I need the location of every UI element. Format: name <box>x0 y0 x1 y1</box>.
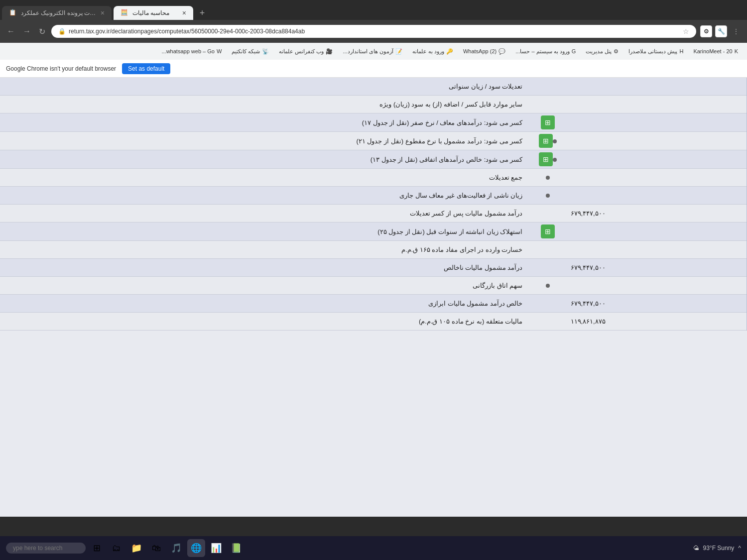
table-row: خسارت وارده در اجرای مفاد ماده ۱۶۵ ق.م.م <box>0 241 747 259</box>
taskbar-taskview-icon[interactable]: 🗂 <box>108 539 125 557</box>
value-cell-12: ۶۷۹,۴۴۷,۵۰۰ <box>563 295 747 313</box>
value-cell-8 <box>563 223 747 241</box>
bookmark-login[interactable]: G ورود به سیستم – حسا... <box>511 47 580 56</box>
bookmark-exam[interactable]: 📝 آزمون های استاندارد... <box>339 47 406 56</box>
bookmark-label-elmana: ورود به علمانه <box>412 48 444 55</box>
value-text-13: ۱۱۹,۸۶۱,۸۷۵ <box>571 318 606 325</box>
table-row: ⊞کسر می شود: خالص درآمدهای اتفاقی (نقل ا… <box>0 150 747 169</box>
tab2-favicon: 🧮 <box>121 9 128 17</box>
taskbar-sheets-icon[interactable]: 📗 <box>227 539 245 557</box>
bookmark-favicon-whatsapp-web: W <box>217 48 222 54</box>
green-expand-btn-2[interactable]: ⊞ <box>541 115 555 129</box>
taskbar-excel-icon[interactable]: 📊 <box>207 539 225 557</box>
label-cell-6: زیان ناشی از فعالیت‌های غیر معاف سال جار… <box>0 187 533 205</box>
bookmark-karinoMeet[interactable]: K KarinoMeet - 20 <box>689 47 742 56</box>
value-cell-1 <box>563 96 747 113</box>
bookmark-favicon-panel: ⚙ <box>614 48 619 55</box>
mid-cell-9 <box>533 241 563 259</box>
label-cell-3: کسر می شود: درآمد مشمول با نرخ مقطوع (نق… <box>0 132 533 150</box>
label-cell-12: خالص درآمد مشمول مالیات ابرازی <box>0 295 533 313</box>
table-row: ۶۷۹,۴۴۷,۵۰۰درآمد مشمول مالیات پس از کسر … <box>0 205 747 223</box>
bookmark-label-login: ورود به سیستم – حسا... <box>515 48 570 55</box>
bookmark-conference[interactable]: 🎥 وب کنفرانس علمانه <box>275 47 337 56</box>
table-row: تعدیلات سود / زیان سنواتی <box>0 78 747 96</box>
tab-2[interactable]: 🧮 محاسبه مالیات × <box>114 6 193 20</box>
mid-cell-1 <box>533 96 563 113</box>
taskbar-music-icon[interactable]: 🎵 <box>167 539 185 557</box>
dot-indicator-5 <box>546 176 550 180</box>
new-tab-button[interactable]: + <box>195 6 209 20</box>
bookmark-whatsapp[interactable]: 💬 (2) WhatsApp <box>459 47 509 56</box>
tab1-close[interactable]: × <box>101 9 105 17</box>
extension-icon-2[interactable]: 🔧 <box>715 25 727 37</box>
label-cell-4: کسر می شود: خالص درآمدهای اتفاقی (نقل از… <box>0 150 533 169</box>
bookmark-label-whatsapp-web: whatsapp web – Go... <box>162 48 215 54</box>
taskbar-browser-icon[interactable]: 🌐 <box>187 539 205 557</box>
bookmark-star-icon[interactable]: ☆ <box>683 27 689 35</box>
address-bar-row: ← → ↻ 🔒 return.tax.gov.ir/declarationpag… <box>0 20 747 43</box>
tax-table: تعدیلات سود / زیان سنواتیسایر موارد قابل… <box>0 78 747 331</box>
label-cell-13: مالیات متعلقه (به نرخ ماده ۱۰۵ ق.م.م) <box>0 313 533 331</box>
taskbar-right-area: 🌤 93°F Sunny ^ <box>693 545 741 552</box>
taskbar-files-icon[interactable]: 📁 <box>127 539 145 557</box>
bookmark-favicon-karinoMeet: K <box>735 48 738 54</box>
label-cell-7: درآمد مشمول مالیات پس از کسر تعدیلات <box>0 205 533 223</box>
label-cell-11: سهم اتاق بازرگانی <box>0 277 533 295</box>
default-browser-bar: Google Chrome isn't your default browser… <box>0 60 747 78</box>
dot-indicator-3 <box>553 139 557 143</box>
weather-icon: 🌤 <box>693 545 699 552</box>
bookmark-network[interactable]: 📡 شبکه کانکتیم <box>228 47 273 56</box>
weather-text: 93°F Sunny <box>703 545 735 552</box>
value-cell-6 <box>563 187 747 205</box>
bookmark-label-karinoMeet: KarinoMeet - 20 <box>693 48 732 54</box>
bookmark-elmana-login[interactable]: 🔑 ورود به علمانه <box>408 47 457 56</box>
taskbar-start-icon[interactable]: ⊞ <box>88 539 106 557</box>
value-cell-9 <box>563 241 747 259</box>
mid-cell-5 <box>533 169 563 187</box>
green-expand-btn-8[interactable]: ⊞ <box>541 224 555 238</box>
green-expand-btn-3[interactable]: ⊞ <box>539 134 553 148</box>
lock-icon: 🔒 <box>58 28 66 35</box>
forward-button[interactable]: → <box>21 25 33 38</box>
taskbar-store-icon[interactable]: 🛍 <box>147 539 165 557</box>
label-cell-1: سایر موارد قابل کسر / اضافه (از) به سود … <box>0 96 533 113</box>
table-row: ⊞استهلاک زیان انباشته از سنوات قبل (نقل … <box>0 223 747 241</box>
chevron-up-icon[interactable]: ^ <box>738 545 741 552</box>
bookmark-favicon-network: 📡 <box>262 48 269 55</box>
tab2-close[interactable]: × <box>182 9 186 17</box>
label-cell-2: کسر می شود: درآمدهای معاف / نرخ صفر (نقل… <box>0 113 533 132</box>
tab-1[interactable]: 📋 اطلاعات پرونده الکترونیک عملکرد × <box>2 6 112 20</box>
bookmark-presschool[interactable]: H پیش دبستانی ملاصدرا <box>624 47 687 56</box>
value-cell-3 <box>563 132 747 150</box>
value-text-7: ۶۷۹,۴۴۷,۵۰۰ <box>571 210 606 217</box>
main-content: تعدیلات سود / زیان سنواتیسایر موارد قابل… <box>0 78 747 517</box>
bookmark-favicon-conference: 🎥 <box>326 48 333 55</box>
bookmark-panel[interactable]: ⚙ پنل مدیریت <box>582 47 622 56</box>
tab1-title: اطلاعات پرونده الکترونیک عملکرد <box>21 9 97 16</box>
table-row: ۶۷۹,۴۴۷,۵۰۰خالص درآمد مشمول مالیات ابراز… <box>0 295 747 313</box>
value-cell-13: ۱۱۹,۸۶۱,۸۷۵ <box>563 313 747 331</box>
address-bar[interactable]: 🔒 return.tax.gov.ir/declarationpages/com… <box>51 25 696 38</box>
value-cell-5 <box>563 169 747 187</box>
dot-indicator-11 <box>546 284 550 288</box>
label-cell-9: خسارت وارده در اجرای مفاد ماده ۱۶۵ ق.م.م <box>0 241 533 259</box>
bookmark-whatsapp-web[interactable]: W whatsapp web – Go... <box>158 47 226 56</box>
green-expand-btn-4[interactable]: ⊞ <box>539 152 553 166</box>
reload-button[interactable]: ↻ <box>37 25 47 38</box>
chrome-menu-icon[interactable]: ⋮ <box>730 25 742 37</box>
value-text-10: ۶۷۹,۴۴۷,۵۰۰ <box>571 264 606 271</box>
taskbar-search[interactable] <box>6 543 86 554</box>
taskbar: ⊞ 🗂 📁 🛍 🎵 🌐 📊 📗 🌤 93°F Sunny ^ <box>0 536 747 560</box>
table-row: جمع تعدیلات <box>0 169 747 187</box>
mid-cell-2: ⊞ <box>533 113 563 132</box>
mid-cell-10 <box>533 259 563 277</box>
table-row: ۱۱۹,۸۶۱,۸۷۵مالیات متعلقه (به نرخ ماده ۱۰… <box>0 313 747 331</box>
browser-chrome: 📋 اطلاعات پرونده الکترونیک عملکرد × 🧮 مح… <box>0 0 747 78</box>
mid-cell-13 <box>533 313 563 331</box>
set-default-button[interactable]: Set as default <box>122 63 170 74</box>
bookmark-label-panel: پنل مدیریت <box>586 48 612 55</box>
dot-indicator-4 <box>553 158 557 162</box>
back-button[interactable]: ← <box>5 25 17 38</box>
default-browser-message: Google Chrome isn't your default browser <box>6 65 116 72</box>
extension-icon-1[interactable]: ⚙ <box>700 25 712 37</box>
